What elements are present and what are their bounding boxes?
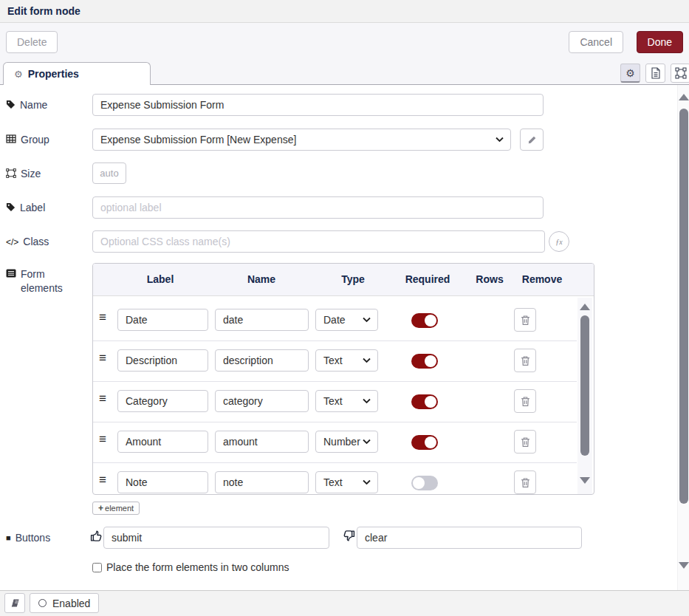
drag-handle-icon[interactable]: ≡ — [99, 352, 106, 364]
pencil-icon — [527, 135, 537, 145]
chevron-down-icon — [363, 399, 371, 404]
edit-group-button[interactable] — [520, 129, 544, 151]
column-header-label: Label — [147, 273, 174, 285]
document-icon — [651, 67, 661, 79]
required-toggle[interactable] — [411, 476, 438, 490]
element-type-select[interactable]: Text — [315, 471, 378, 493]
clear-button-text-input[interactable] — [357, 527, 582, 549]
element-name-input[interactable] — [215, 309, 309, 331]
required-toggle[interactable] — [411, 313, 438, 328]
book-icon — [10, 598, 21, 608]
remove-element-button[interactable] — [514, 430, 536, 454]
chevron-down-icon — [496, 137, 504, 143]
remove-element-button[interactable] — [514, 349, 536, 372]
element-label-input[interactable] — [117, 431, 208, 453]
panel-scrollbar[interactable] — [677, 85, 689, 590]
group-select[interactable]: Expense Submission Form [New Expense] — [92, 129, 511, 151]
chevron-down-icon — [363, 439, 371, 445]
form-elements-header: Label Name Type Required Rows Remove — [93, 264, 594, 296]
element-label-input[interactable] — [117, 309, 208, 331]
size-row-label: Size — [6, 167, 87, 181]
submit-button-text-input[interactable] — [103, 527, 329, 549]
name-input[interactable] — [92, 94, 544, 116]
drag-handle-icon[interactable]: ≡ — [99, 433, 106, 445]
scrollbar-thumb[interactable] — [679, 109, 688, 504]
chevron-down-icon — [363, 480, 371, 485]
plus-icon: + — [98, 503, 103, 513]
dialog-toolbar: Delete Cancel Done — [0, 23, 689, 62]
node-enabled-toggle[interactable]: Enabled — [30, 593, 99, 613]
group-select-icon — [675, 67, 687, 79]
scroll-up-icon[interactable] — [580, 304, 590, 310]
class-input[interactable] — [92, 230, 545, 253]
element-name-input[interactable] — [215, 390, 309, 412]
form-elements-row-label: Form elements — [6, 267, 69, 295]
two-columns-option[interactable]: Place the form elements in two columns — [92, 561, 289, 573]
column-header-rows: Rows — [476, 273, 503, 285]
element-name-input[interactable] — [215, 349, 309, 372]
tab-label: Properties — [28, 68, 79, 80]
element-type-select[interactable]: Text — [315, 390, 378, 412]
scroll-down-icon[interactable] — [679, 562, 689, 569]
scroll-down-icon[interactable] — [580, 477, 590, 484]
remove-element-button[interactable] — [514, 389, 536, 413]
two-columns-checkbox[interactable] — [92, 563, 102, 572]
tag-icon — [6, 100, 16, 109]
trash-icon — [521, 355, 530, 366]
form-element-row: ≡ Date — [93, 301, 577, 341]
list-alt-icon — [6, 269, 16, 278]
column-header-type: Type — [341, 273, 365, 285]
element-type-select[interactable]: Date — [315, 309, 378, 331]
delete-button[interactable]: Delete — [6, 31, 58, 53]
form-elements-body: ≡ Date ≡ Te — [93, 296, 594, 494]
required-toggle[interactable] — [411, 394, 438, 409]
required-toggle[interactable] — [411, 354, 438, 369]
appearance-view-button[interactable] — [671, 64, 689, 83]
buttons-row-label: ■ Buttons — [6, 531, 87, 545]
properties-panel: Name Group Expense Submission Form [New … — [0, 85, 689, 590]
dialog-title: Edit form node — [7, 0, 80, 22]
table-icon — [6, 134, 16, 143]
trash-icon — [521, 396, 530, 407]
dynamic-fx-button[interactable]: ƒx — [549, 231, 569, 252]
trash-icon — [521, 437, 530, 448]
thumbs-up-icon — [90, 530, 103, 542]
form-element-row: ≡ Text — [93, 382, 577, 422]
table-scrollbar[interactable] — [577, 298, 592, 494]
tab-properties[interactable]: ⚙ Properties — [3, 62, 151, 85]
element-name-input[interactable] — [215, 431, 309, 453]
remove-element-button[interactable] — [514, 308, 536, 332]
chevron-down-icon — [363, 358, 371, 363]
label-row-label: Label — [6, 201, 87, 215]
remove-element-button[interactable] — [514, 470, 536, 494]
element-type-select[interactable]: Text — [315, 349, 378, 372]
drag-handle-icon[interactable]: ≡ — [99, 311, 106, 324]
form-element-row: ≡ Text — [93, 341, 577, 382]
scrollbar-thumb[interactable] — [580, 315, 589, 456]
done-button[interactable]: Done — [637, 31, 683, 53]
element-label-input[interactable] — [117, 390, 208, 412]
circle-icon — [38, 599, 47, 607]
scroll-up-icon[interactable] — [679, 94, 689, 100]
element-type-select[interactable]: Number — [315, 431, 378, 453]
trash-icon — [521, 477, 530, 488]
dialog-footer: Enabled — [0, 590, 689, 616]
thumbs-down-icon — [343, 530, 355, 542]
object-group-icon — [6, 168, 16, 178]
element-label-input[interactable] — [117, 349, 208, 372]
element-label-input[interactable] — [117, 471, 208, 493]
class-row-label: </> Class — [6, 235, 87, 249]
required-toggle[interactable] — [411, 435, 438, 450]
element-name-input[interactable] — [215, 471, 309, 493]
drag-handle-icon[interactable]: ≡ — [99, 473, 106, 486]
add-element-button[interactable]: +element — [92, 502, 140, 515]
dialog-title-bar: Edit form node — [0, 0, 689, 23]
cancel-button[interactable]: Cancel — [569, 31, 623, 53]
size-button[interactable]: auto — [92, 162, 126, 184]
label-input[interactable] — [92, 196, 544, 219]
form-element-row: ≡ Number — [93, 422, 577, 463]
node-help-button[interactable] — [4, 593, 25, 613]
properties-view-button[interactable]: ⚙ — [620, 64, 640, 83]
drag-handle-icon[interactable]: ≡ — [99, 392, 106, 405]
description-view-button[interactable] — [645, 64, 665, 83]
